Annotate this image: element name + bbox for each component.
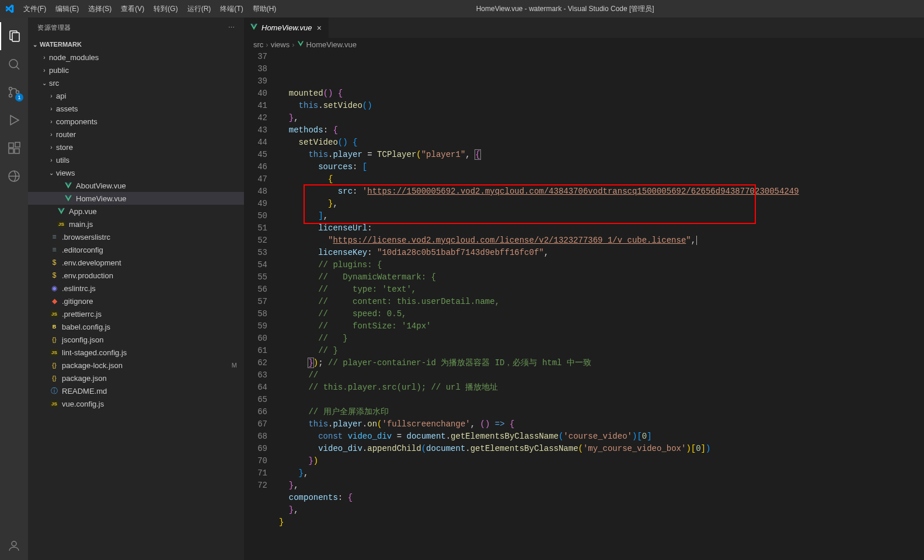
code-line[interactable]: } [279, 516, 924, 528]
file-item[interactable]: $.env.production [28, 269, 244, 282]
code-line[interactable]: src: 'https://1500005692.vod2.myqcloud.c… [279, 186, 924, 198]
file-item[interactable]: JSlint-staged.config.js [28, 346, 244, 359]
workspace-section-header[interactable]: ⌄ WATERMARK [28, 38, 244, 51]
folder-item[interactable]: ›public [28, 64, 244, 76]
activity-run-debug[interactable] [0, 106, 28, 134]
folder-item[interactable]: ⌄views [28, 166, 244, 179]
file-item[interactable]: AboutView.vue [28, 179, 244, 192]
code-line[interactable]: sources: [ [279, 161, 924, 173]
menu-selection[interactable]: 选择(S) [83, 4, 116, 14]
folder-item[interactable]: ›utils [28, 153, 244, 166]
code-line[interactable] [279, 394, 924, 406]
code-line[interactable]: this.player.on('fullscreenchange', () =>… [279, 418, 924, 430]
code-line[interactable]: }) [279, 455, 924, 467]
folder-item[interactable]: ›components [28, 115, 244, 128]
menu-view[interactable]: 查看(V) [116, 4, 149, 14]
file-item[interactable]: ◉.eslintrc.js [28, 282, 244, 295]
tree-item-label: .env.production [62, 271, 239, 280]
tree-item-label: router [56, 130, 239, 139]
code-line[interactable]: ], [279, 210, 924, 222]
folder-item[interactable]: ›node_modules [28, 51, 244, 64]
breadcrumb-part[interactable]: views [271, 40, 290, 49]
code-line[interactable]: // this.player.src(url); // url 播放地址 [279, 382, 924, 394]
breadcrumbs[interactable]: src › views › HomeView.vue [244, 38, 924, 51]
file-item[interactable]: ≡.editorconfig [28, 243, 244, 256]
code-content[interactable]: mounted() { this.setVideo() }, methods: … [279, 51, 924, 560]
file-item[interactable]: JSmain.js [28, 218, 244, 230]
activity-remote[interactable] [0, 162, 28, 190]
file-item[interactable]: {}package.json [28, 372, 244, 384]
code-line[interactable]: // plugins: { [279, 259, 924, 271]
window-title: HomeView.vue - watermark - Visual Studio… [281, 4, 849, 14]
activity-search[interactable] [0, 50, 28, 78]
code-line[interactable]: methods: { [279, 124, 924, 136]
menu-file[interactable]: 文件(F) [19, 4, 51, 14]
menu-run[interactable]: 运行(R) [183, 4, 216, 14]
file-item[interactable]: {}package-lock.jsonM [28, 359, 244, 372]
code-line[interactable]: // [279, 369, 924, 382]
menu-go[interactable]: 转到(G) [149, 4, 182, 14]
vue-file-icon [56, 207, 67, 215]
file-item[interactable]: {}jsconfig.json [28, 333, 244, 346]
folder-item[interactable]: ›api [28, 89, 244, 102]
code-line[interactable]: }, [279, 467, 924, 480]
code-line[interactable]: // type: 'text', [279, 284, 924, 296]
config-file-icon: ≡ [49, 246, 60, 254]
file-item[interactable]: ≡.browserslistrc [28, 230, 244, 243]
file-item[interactable]: JSvue.config.js [28, 397, 244, 410]
file-item[interactable]: ◆.gitignore [28, 295, 244, 307]
tree-item-label: babel.config.js [62, 323, 239, 331]
code-line[interactable]: mounted() { [279, 88, 924, 100]
code-line[interactable]: // 用户全屏添加水印 [279, 406, 924, 418]
code-line[interactable]: "https://license.vod2.myqcloud.com/licen… [279, 235, 924, 247]
activity-extensions[interactable] [0, 134, 28, 162]
file-item[interactable]: ⓘREADME.md [28, 384, 244, 397]
file-item[interactable]: Bbabel.config.js [28, 320, 244, 333]
code-line[interactable]: }); // player-container-id 为播放器容器 ID，必须与… [279, 357, 924, 369]
folder-item[interactable]: ⌄src [28, 76, 244, 89]
code-line[interactable]: // fontSize: '14px' [279, 320, 924, 332]
code-line[interactable]: // } [279, 332, 924, 345]
file-item[interactable]: App.vue [28, 205, 244, 218]
breadcrumb-part[interactable]: src [253, 40, 263, 49]
code-line[interactable]: // DynamicWatermark: { [279, 271, 924, 284]
breadcrumb-part[interactable]: HomeView.vue [306, 40, 357, 49]
chevron-icon: › [40, 54, 49, 61]
close-icon[interactable]: × [315, 23, 322, 33]
menu-help[interactable]: 帮助(H) [248, 4, 281, 14]
code-editor[interactable]: 3738394041424344454647484950515253545556… [244, 51, 924, 560]
code-line[interactable]: const video_div = document.getElementsBy… [279, 430, 924, 443]
code-line[interactable]: setVideo() { [279, 136, 924, 149]
code-line[interactable]: this.player = TCPlayer("player1", { [279, 149, 924, 161]
tree-item-label: store [56, 143, 239, 152]
menu-edit[interactable]: 编辑(E) [51, 4, 83, 14]
file-item[interactable]: JS.prettierrc.js [28, 307, 244, 320]
file-item[interactable]: $.env.development [28, 256, 244, 269]
folder-item[interactable]: ›router [28, 128, 244, 141]
code-line[interactable]: // } [279, 345, 924, 357]
code-line[interactable]: }, [279, 112, 924, 124]
tree-item-label: .editorconfig [62, 246, 239, 254]
chevron-right-icon: › [292, 40, 294, 49]
activity-explorer[interactable] [0, 22, 28, 50]
folder-item[interactable]: ›store [28, 141, 244, 153]
scm-status-badge: M [232, 362, 239, 369]
code-line[interactable]: { [279, 173, 924, 186]
activity-source-control[interactable]: 1 [0, 78, 28, 106]
code-line[interactable]: }, [279, 504, 924, 516]
code-line[interactable]: video_div.appendChild(document.getElemen… [279, 443, 924, 455]
code-line[interactable]: licenseUrl: [279, 222, 924, 235]
tab-homeview[interactable]: HomeView.vue × [244, 18, 329, 38]
code-line[interactable]: // content: this.userDetail.name, [279, 296, 924, 308]
activity-account[interactable] [0, 532, 28, 560]
code-line[interactable]: components: { [279, 492, 924, 504]
code-line[interactable]: }, [279, 198, 924, 210]
code-line[interactable]: // speed: 0.5, [279, 308, 924, 320]
file-item[interactable]: HomeView.vue [28, 192, 244, 205]
code-line[interactable]: licenseKey: "10d1a28c0b51babf7143d9ebff1… [279, 247, 924, 259]
code-line[interactable]: this.setVideo() [279, 100, 924, 112]
folder-item[interactable]: ›assets [28, 102, 244, 115]
menu-terminal[interactable]: 终端(T) [215, 4, 247, 14]
code-line[interactable]: }, [279, 480, 924, 492]
more-icon[interactable]: ⋯ [228, 24, 235, 32]
